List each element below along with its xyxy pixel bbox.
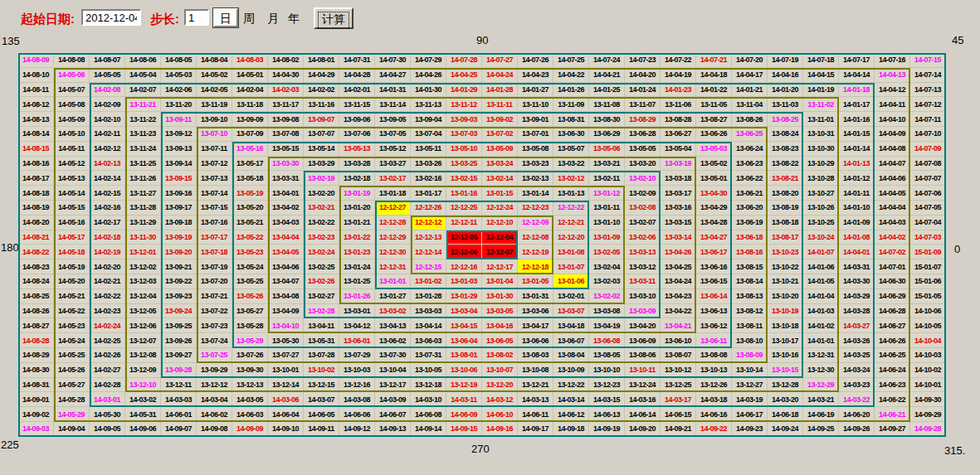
grid-cell: 13-11-08 bbox=[589, 97, 625, 112]
grid-cell: 13-01-25 bbox=[339, 274, 375, 289]
grid-cell: 14-09-16 bbox=[482, 422, 518, 437]
grid-cell: 14-01-13 bbox=[839, 157, 875, 172]
grid-cell: 14-09-12 bbox=[339, 422, 375, 437]
grid-cell: 14-01-20 bbox=[768, 83, 803, 98]
grid-cell: 13-09-29 bbox=[197, 363, 232, 378]
grid-cell: 13-01-02 bbox=[411, 274, 446, 289]
grid-cell: 14-06-12 bbox=[553, 407, 589, 422]
grid-cell: 13-01-13 bbox=[553, 186, 589, 201]
unit-year-button[interactable]: 年 bbox=[288, 12, 300, 27]
grid-cell: 13-05-18 bbox=[232, 171, 268, 186]
grid-cell: 13-02-16 bbox=[411, 171, 446, 186]
grid-cell: 14-06-29 bbox=[875, 289, 910, 304]
grid-cell: 13-12-08 bbox=[125, 348, 161, 363]
grid-cell: 14-02-26 bbox=[90, 348, 125, 363]
grid-cell: 13-05-23 bbox=[232, 245, 268, 259]
grid-cell: 14-03-09 bbox=[375, 392, 411, 407]
grid-cell: 12-12-04 bbox=[482, 230, 518, 245]
grid-cell: 13-07-10 bbox=[197, 127, 232, 142]
grid-cell: 13-02-19 bbox=[304, 171, 339, 186]
grid-cell: 13-09-10 bbox=[197, 112, 232, 127]
grid-cell: 14-09-02 bbox=[18, 407, 54, 422]
grid-cell: 14-04-22 bbox=[553, 68, 589, 83]
grid-cell: 13-05-06 bbox=[589, 142, 625, 157]
grid-cell: 13-05-27 bbox=[232, 304, 268, 319]
calculate-button[interactable]: 计算 bbox=[314, 7, 353, 29]
grid-cell: 13-11-11 bbox=[482, 97, 518, 112]
grid-cell: 13-11-19 bbox=[197, 97, 232, 112]
grid-cell: 14-01-03 bbox=[803, 304, 839, 319]
grid-cell: 13-02-18 bbox=[339, 171, 375, 186]
grid-cell: 13-10-24 bbox=[803, 230, 839, 245]
unit-month-button[interactable]: 月 bbox=[267, 12, 279, 27]
grid-cell: 13-12-24 bbox=[625, 378, 661, 393]
grid-cell: 14-10-04 bbox=[910, 333, 946, 348]
grid-cell: 14-05-13 bbox=[54, 171, 90, 186]
grid-cell: 14-05-29 bbox=[54, 407, 90, 422]
grid-cell: 14-06-25 bbox=[875, 348, 910, 363]
grid-cell: 14-09-27 bbox=[875, 422, 910, 437]
gann-date-square-app: { "toolbar": { "start_label": "起始日期:", "… bbox=[0, 0, 980, 475]
grid-cell: 13-04-30 bbox=[696, 186, 732, 201]
grid-cell: 14-02-06 bbox=[161, 83, 197, 98]
grid-cell: 14-05-12 bbox=[54, 157, 90, 172]
grid-cell: 14-09-05 bbox=[90, 422, 125, 437]
grid-cell: 13-02-07 bbox=[625, 216, 661, 230]
grid-cell: 14-07-19 bbox=[768, 53, 803, 68]
grid-cell: 14-07-26 bbox=[518, 53, 553, 68]
grid-cell: 13-01-17 bbox=[411, 186, 446, 201]
grid-cell: 14-08-06 bbox=[125, 53, 161, 68]
grid-cell: 14-07-01 bbox=[875, 259, 910, 274]
grid-cell: 13-11-06 bbox=[661, 97, 696, 112]
grid-cell: 13-07-05 bbox=[375, 127, 411, 142]
unit-day-button[interactable]: 日 bbox=[213, 8, 238, 27]
grid-cell: 13-05-24 bbox=[232, 259, 268, 274]
grid-cell: 13-07-22 bbox=[197, 304, 232, 319]
grid-cell: 13-05-25 bbox=[232, 274, 268, 289]
grid-cell: 13-05-12 bbox=[375, 142, 411, 157]
grid-cell: 14-09-25 bbox=[803, 422, 839, 437]
grid-cell: 13-08-07 bbox=[661, 348, 696, 363]
grid-cell: 14-03-27 bbox=[839, 318, 875, 333]
angle-label-90: 90 bbox=[476, 34, 488, 46]
grid-cell: 13-02-12 bbox=[553, 171, 589, 186]
grid-cell: 14-02-25 bbox=[90, 333, 125, 348]
grid-cell: 13-07-27 bbox=[268, 348, 304, 363]
step-input[interactable] bbox=[184, 9, 209, 26]
grid-cell: 13-11-15 bbox=[339, 97, 375, 112]
grid-cell: 12-12-17 bbox=[482, 259, 518, 274]
grid-cell: 13-08-04 bbox=[553, 348, 589, 363]
grid-cell: 13-05-16 bbox=[232, 142, 268, 157]
grid-cell: 13-07-28 bbox=[304, 348, 339, 363]
grid-cell: 13-01-24 bbox=[339, 259, 375, 274]
grid-cell: 13-10-31 bbox=[803, 127, 839, 142]
grid-cell: 13-11-21 bbox=[125, 97, 161, 112]
grid-cell: 13-11-20 bbox=[161, 97, 197, 112]
start-date-input[interactable] bbox=[81, 9, 141, 26]
grid-cell: 14-03-03 bbox=[161, 392, 197, 407]
grid-cell: 14-07-30 bbox=[375, 53, 411, 68]
grid-cell: 13-09-27 bbox=[161, 348, 197, 363]
grid-cell: 14-07-03 bbox=[910, 230, 946, 245]
grid-cell: 14-01-17 bbox=[839, 97, 875, 112]
unit-week-button[interactable]: 周 bbox=[243, 12, 255, 27]
grid-cell: 14-04-30 bbox=[268, 68, 304, 83]
grid-cell: 14-09-21 bbox=[661, 422, 696, 437]
grid-cell: 13-10-09 bbox=[553, 363, 589, 378]
grid-cell: 13-07-19 bbox=[197, 259, 232, 274]
grid-cell: 13-04-08 bbox=[268, 289, 304, 304]
grid-cell: 13-06-09 bbox=[625, 333, 661, 348]
grid-cell: 14-08-22 bbox=[18, 245, 54, 259]
grid-cell: 14-01-30 bbox=[411, 83, 446, 98]
grid-cell: 13-08-20 bbox=[768, 186, 803, 201]
grid-cell: 13-05-29 bbox=[232, 333, 268, 348]
grid-cell: 13-04-12 bbox=[339, 318, 375, 333]
grid-cell: 14-06-14 bbox=[625, 407, 661, 422]
grid-cell: 14-03-22 bbox=[839, 392, 875, 407]
grid-cell: 14-03-14 bbox=[553, 392, 589, 407]
grid-cell: 13-09-24 bbox=[161, 304, 197, 319]
grid-cell: 14-05-01 bbox=[232, 68, 268, 83]
grid-cell: 14-05-08 bbox=[54, 97, 90, 112]
grid-cell: 14-05-02 bbox=[197, 68, 232, 83]
grid-cell: 13-01-11 bbox=[589, 201, 625, 216]
